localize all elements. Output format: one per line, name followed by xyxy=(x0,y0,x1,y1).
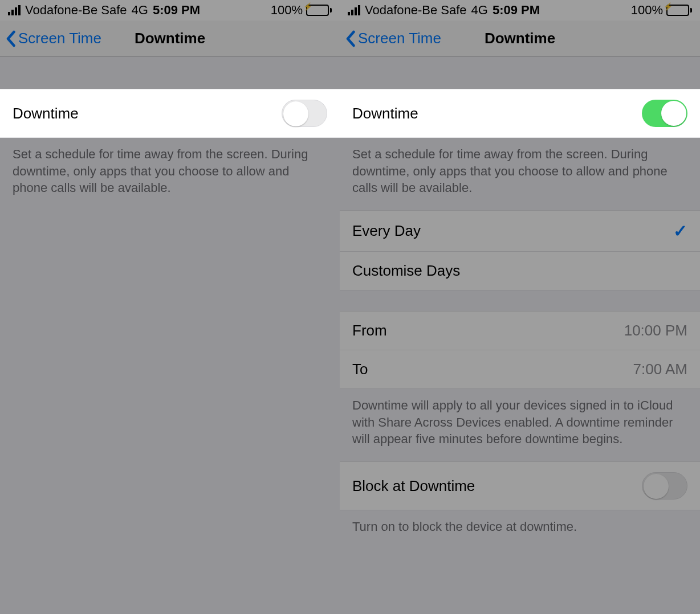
back-button[interactable]: Screen Time xyxy=(6,30,101,47)
clock-label: 5:09 PM xyxy=(153,3,200,18)
carrier-label: Vodafone-Be Safe xyxy=(365,3,467,18)
every-day-row[interactable]: Every Day ✓ xyxy=(340,210,700,252)
downtime-toggle-row[interactable]: Downtime xyxy=(340,89,700,138)
downtime-switch[interactable] xyxy=(282,100,327,127)
block-at-downtime-label: Block at Downtime xyxy=(352,477,475,495)
checkmark-icon: ✓ xyxy=(673,221,687,241)
every-day-label: Every Day xyxy=(352,222,421,240)
status-bar: Vodafone-Be Safe 4G 5:09 PM 100% ⚡ xyxy=(340,0,700,21)
nav-bar: Screen Time Downtime xyxy=(0,21,340,57)
status-bar: Vodafone-Be Safe 4G 5:09 PM 100% ⚡ xyxy=(0,0,340,21)
signal-icon xyxy=(8,5,21,15)
chevron-left-icon xyxy=(345,30,357,47)
block-switch[interactable] xyxy=(642,472,687,500)
downtime-description: Set a schedule for time away from the sc… xyxy=(340,138,700,210)
battery-pct: 100% xyxy=(631,3,663,18)
battery-pct: 100% xyxy=(271,3,303,18)
block-at-downtime-row[interactable]: Block at Downtime xyxy=(340,461,700,510)
downtime-toggle-label: Downtime xyxy=(13,105,79,122)
signal-icon xyxy=(348,5,360,15)
customise-days-row[interactable]: Customise Days xyxy=(340,252,700,290)
back-label: Screen Time xyxy=(18,30,101,47)
nav-bar: Screen Time Downtime xyxy=(340,21,700,57)
from-row[interactable]: From 10:00 PM xyxy=(340,311,700,350)
to-value: 7:00 AM xyxy=(633,361,687,378)
downtime-toggle-row[interactable]: Downtime xyxy=(0,89,340,138)
to-row[interactable]: To 7:00 AM xyxy=(340,350,700,389)
schedule-description: Downtime will apply to all your devices … xyxy=(340,389,700,461)
downtime-switch[interactable] xyxy=(642,100,687,127)
customise-days-label: Customise Days xyxy=(352,262,460,280)
to-label: To xyxy=(352,361,368,378)
back-label: Screen Time xyxy=(358,30,441,47)
chevron-left-icon xyxy=(6,30,17,47)
page-title: Downtime xyxy=(135,30,205,47)
downtime-description: Set a schedule for time away from the sc… xyxy=(0,138,340,210)
page-title: Downtime xyxy=(485,30,555,47)
from-value: 10:00 PM xyxy=(624,322,687,339)
back-button[interactable]: Screen Time xyxy=(345,30,441,47)
block-description: Turn on to block the device at downtime. xyxy=(340,510,700,549)
clock-label: 5:09 PM xyxy=(493,3,540,18)
battery-icon: ⚡ xyxy=(666,5,692,16)
battery-icon: ⚡ xyxy=(306,5,332,16)
network-label: 4G xyxy=(132,3,148,18)
downtime-toggle-label: Downtime xyxy=(352,105,418,122)
carrier-label: Vodafone-Be Safe xyxy=(25,3,127,18)
from-label: From xyxy=(352,322,387,339)
network-label: 4G xyxy=(471,3,488,18)
